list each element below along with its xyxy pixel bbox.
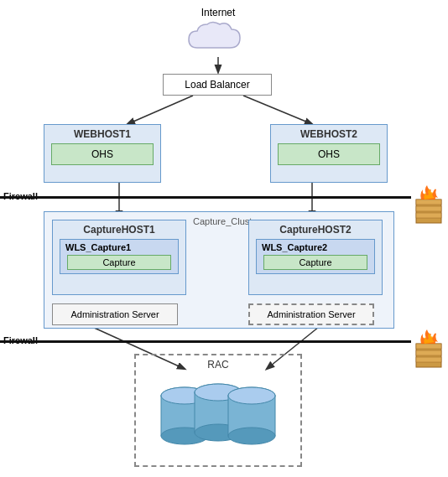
svg-rect-14	[416, 357, 441, 362]
svg-line-2	[243, 96, 312, 124]
capturehost1-wls-title: WLS_Capture1	[64, 241, 175, 253]
capturehost2-capture: Capture	[263, 255, 367, 270]
database-cylinders-icon	[143, 372, 294, 456]
webhost1-ohs: OHS	[51, 143, 154, 165]
firewall-bottom-icon	[413, 327, 445, 369]
admin-server2-box: Administration Server	[248, 303, 374, 325]
capturehost1-capture: Capture	[67, 255, 171, 270]
load-balancer-box: Load Balancer	[163, 74, 272, 96]
firewall-top-line	[0, 196, 411, 199]
svg-line-1	[128, 96, 193, 124]
webhost2-title: WEBHOST2	[271, 125, 387, 142]
internet-label: Internet	[185, 7, 252, 18]
svg-rect-10	[416, 213, 441, 218]
svg-rect-13	[416, 350, 441, 355]
firewall-bottom-line	[0, 340, 411, 343]
webhost2-ohs: OHS	[278, 143, 380, 165]
rac-box: RAC	[134, 354, 302, 467]
capturehost1-wls-box: WLS_Capture1 Capture	[60, 239, 179, 274]
webhost2-box: WEBHOST2 OHS	[270, 124, 388, 183]
svg-point-25	[228, 428, 275, 444]
capturehost2-box: CaptureHOST2 WLS_Capture2 Capture	[248, 220, 383, 295]
cloud-icon	[185, 18, 252, 56]
capturehost1-title: CaptureHOST1	[53, 220, 185, 237]
rac-label: RAC	[136, 355, 300, 372]
capturehost2-wls-box: WLS_Capture2 Capture	[256, 239, 375, 274]
webhost1-title: WEBHOST1	[44, 125, 160, 142]
admin-server1-box: Administration Server	[52, 303, 178, 325]
svg-rect-9	[416, 206, 441, 211]
svg-rect-8	[416, 200, 441, 205]
capturehost1-box: CaptureHOST1 WLS_Capture1 Capture	[52, 220, 186, 295]
svg-point-26	[228, 387, 275, 404]
architecture-diagram: Internet Load Balancer WEBHOST1	[0, 0, 448, 477]
firewall-top-icon	[413, 183, 445, 225]
capturehost2-wls-title: WLS_Capture2	[260, 241, 371, 253]
webhost1-box: WEBHOST1 OHS	[44, 124, 161, 183]
svg-rect-12	[416, 344, 441, 349]
capturehost2-title: CaptureHOST2	[249, 220, 382, 237]
